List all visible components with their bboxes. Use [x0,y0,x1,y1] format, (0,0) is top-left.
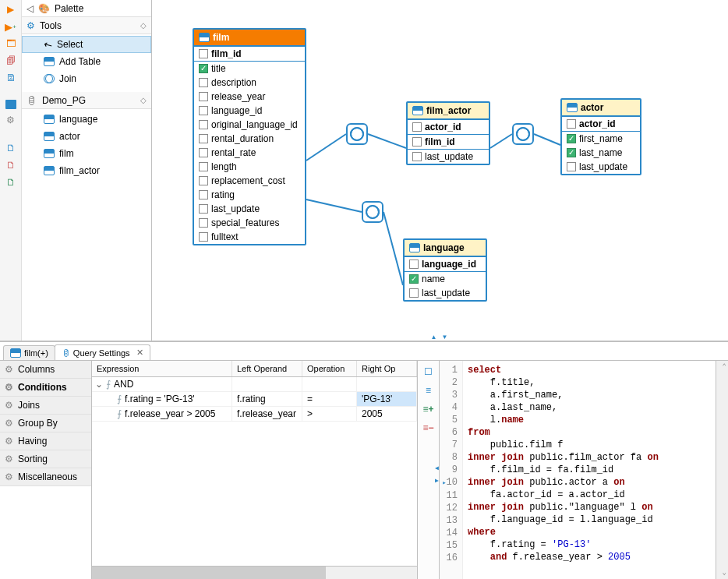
diagram-canvas[interactable]: filmfilm_id✓titledescriptionrelease_year… [152,0,728,341]
checkbox[interactable] [199,148,208,157]
checkbox[interactable]: ✓ [567,148,576,157]
column-actor_id[interactable]: actor_id [408,120,489,135]
section-columns[interactable]: ⚙Columns [0,361,91,379]
checkbox[interactable]: ✓ [409,274,419,284]
join-node[interactable] [362,201,383,223]
grid-icon[interactable] [5,100,16,109]
column-replacement_cost[interactable]: replacement_cost [194,174,305,188]
separator-handle[interactable]: ▲ ▼ [430,334,449,341]
table-item-film[interactable]: film [22,145,151,162]
checkbox[interactable] [199,218,208,228]
checkbox[interactable] [199,49,208,58]
column-film_id[interactable]: film_id [408,135,489,150]
new-file-icon[interactable]: 🗋 [5,142,17,154]
column-name[interactable]: ✓name [405,272,486,286]
entity-film[interactable]: filmfilm_id✓titledescriptionrelease_year… [193,28,306,245]
join-node[interactable] [512,123,534,145]
run-plus-icon[interactable]: ▶+ [5,20,17,33]
column-title[interactable]: ✓title [194,62,305,76]
checkbox[interactable] [199,232,208,242]
column-language_id[interactable]: language_id [194,104,305,118]
checkbox[interactable] [199,106,208,115]
column-original_language_id[interactable]: original_language_id [194,118,305,132]
checkbox[interactable] [199,162,208,171]
checkbox[interactable] [199,120,208,129]
column-rental_rate[interactable]: rental_rate [194,146,305,160]
checkbox[interactable] [412,152,422,161]
checkbox[interactable] [199,134,208,143]
column-length[interactable]: length [194,160,305,174]
tool-select[interactable]: ↖ Select [22,36,151,53]
file-add-icon[interactable]: 🗋 [5,176,17,189]
run-icon[interactable]: ▶ [5,3,17,16]
tools-header[interactable]: ⚙ Tools ◇ [22,17,151,34]
save-icon[interactable]: 🖺 [5,72,17,84]
column-rating[interactable]: rating [194,188,305,202]
back-icon[interactable]: ◁ [27,3,34,14]
execute-script-icon[interactable]: 🗔 [5,37,17,50]
section-group_by[interactable]: ⚙Group By [0,415,91,432]
column-language_id[interactable]: language_id [405,257,486,272]
condition-row[interactable]: ⨍ f.release_year > 2005f.release_year>20… [92,407,417,422]
section-misc[interactable]: ⚙Miscellaneous [0,468,91,486]
checkbox[interactable] [412,137,422,147]
select-cond-icon[interactable]: ☐ [422,365,436,378]
table-item-actor[interactable]: actor [22,128,151,145]
column-release_year[interactable]: release_year [194,90,305,104]
checkbox[interactable] [409,288,419,298]
checkbox[interactable] [567,119,576,129]
tab-film[interactable]: film(+) [3,345,55,360]
column-last_update[interactable]: last_update [562,160,640,174]
table-item-language[interactable]: language [22,111,151,128]
sql-code[interactable]: select f.title, a.first_name, a.last_nam… [463,361,716,579]
tab-query-settings[interactable]: 🛢 Query Settings ✕ [55,344,150,360]
column-last_update[interactable]: last_update [405,286,486,300]
column-first_name[interactable]: ✓first_name [562,132,640,146]
column-actor_id[interactable]: actor_id [562,117,640,132]
close-icon[interactable]: ✕ [136,348,143,358]
remove-cond-icon[interactable]: ≡− [422,422,436,434]
column-rental_duration[interactable]: rental_duration [194,132,305,146]
table-item-film_actor[interactable]: film_actor [22,162,151,179]
checkbox[interactable] [199,204,208,214]
col-right-operand[interactable]: Right Op [357,361,417,376]
checkbox[interactable]: ✓ [567,134,576,143]
gear-icon[interactable]: ⚙ [5,114,17,126]
checkbox[interactable] [412,122,422,132]
checkbox[interactable] [199,78,208,87]
group-row[interactable]: ⌄ ⨍ AND [92,377,417,392]
checkbox[interactable] [199,176,208,185]
condition-row[interactable]: ⨍ f.rating = 'PG-13'f.rating='PG-13' [92,392,417,407]
tool-add-table[interactable]: Add Table [22,53,151,70]
entity-language[interactable]: languagelanguage_id✓namelast_update [403,238,487,302]
join-node[interactable] [346,123,368,145]
connection-header[interactable]: 🛢 Demo_PG ◇ [22,92,151,109]
tool-join[interactable]: Join [22,70,151,87]
column-film_id[interactable]: film_id [194,47,305,62]
section-sorting[interactable]: ⚙Sorting [0,450,91,468]
section-joins[interactable]: ⚙Joins [0,397,91,415]
column-fulltext[interactable]: fulltext [194,230,305,244]
horizontal-scrollbar[interactable] [92,566,417,579]
col-expression[interactable]: Expression [92,361,232,376]
checkbox[interactable]: ✓ [199,64,208,73]
file-lock-icon[interactable]: 🗋 [5,159,17,171]
column-last_update[interactable]: last_update [408,150,489,164]
grid-body[interactable]: ⌄ ⨍ AND ⨍ f.rating = 'PG-13'f.rating='PG… [92,377,417,566]
checkbox[interactable] [199,190,208,199]
checkbox[interactable] [409,259,419,269]
list-icon[interactable]: ≡ [422,384,436,397]
entity-actor[interactable]: actoractor_id✓first_name✓last_namelast_u… [560,98,641,175]
checkbox[interactable] [199,92,208,101]
vertical-scrollbar[interactable]: ⌃⌄ [716,361,728,579]
column-last_name[interactable]: ✓last_name [562,146,640,160]
add-cond-icon[interactable]: ≡+ [422,403,436,415]
section-having[interactable]: ⚙Having [0,432,91,450]
expand-icon[interactable]: ⌄ [95,379,103,390]
entity-film_actor[interactable]: film_actoractor_idfilm_idlast_update [406,101,490,165]
section-conditions[interactable]: ⚙Conditions [0,379,91,397]
collapse-icon[interactable]: ◇ [140,96,147,104]
column-last_update[interactable]: last_update [194,202,305,216]
collapse-icon[interactable]: ◇ [140,21,147,30]
col-left-operand[interactable]: Left Operand [232,361,302,376]
